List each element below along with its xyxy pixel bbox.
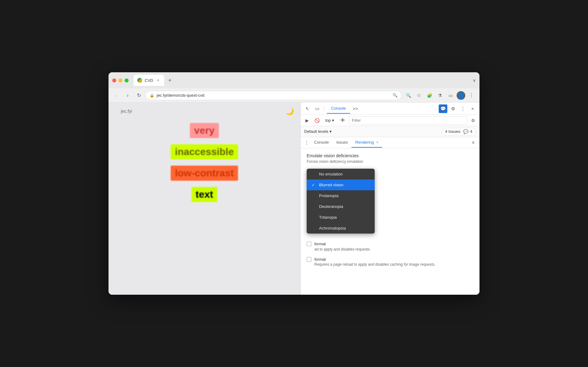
address-bar[interactable]: 🔒 jec.fyi/demo/cds-quest-cvd 🔍 xyxy=(146,91,402,100)
checkbox-1-sublabel: ad to apply and disables requests. xyxy=(314,247,371,251)
checkbox-1-text: format ad to apply and disables requests… xyxy=(314,241,371,251)
close-devtools-button[interactable]: × xyxy=(468,104,477,113)
console-bar: ▶ 🚫 top ▾ 👁 ⚙ xyxy=(300,115,479,126)
option-blurred-vision[interactable]: ✓ Blurred vision xyxy=(307,179,375,190)
more-options-button[interactable]: ⋮ xyxy=(458,104,467,113)
deuteranopia-label: Deuteranopia xyxy=(319,204,343,209)
nav-icon-group: 🔍 ☆ 🧩 ⚗ ▭ 👤 ⋮ xyxy=(404,91,476,100)
issues-icon: 💬 xyxy=(463,129,468,134)
tab-favicon xyxy=(137,78,142,83)
sub-tabs-more-button[interactable]: ⋮ xyxy=(303,139,310,146)
vision-section-title: Emulate vision deficiencies xyxy=(307,153,473,158)
sub-tab-rendering[interactable]: Rendering × xyxy=(352,137,382,148)
site-logo: jec.fyi xyxy=(121,109,132,114)
tritanopia-label: Tritanopia xyxy=(319,215,337,220)
main-content: jec.fyi 🌙 very inaccessible low-contrast… xyxy=(109,103,479,295)
extensions-button[interactable]: 🧩 xyxy=(425,91,434,100)
default-levels-label: Default levels xyxy=(304,129,328,134)
option-protanopia[interactable]: Protanopia xyxy=(307,190,375,201)
devtools-toolbar: ↖ ▭ Console >> 💬 ⚙ ⋮ × xyxy=(300,103,479,115)
blurred-vision-check: ✓ xyxy=(312,183,317,187)
issues-count: 4 xyxy=(470,129,472,134)
forward-button[interactable]: › xyxy=(123,91,132,100)
cursor-tool-button[interactable]: ↖ xyxy=(303,104,312,113)
share-button[interactable]: 🔍 xyxy=(404,91,413,100)
settings-button[interactable]: ⚙ xyxy=(449,104,457,113)
panel-close-button[interactable]: × xyxy=(470,139,477,146)
devtools-tabs: Console >> xyxy=(327,103,437,114)
maximize-button[interactable] xyxy=(125,78,129,82)
close-button[interactable] xyxy=(112,78,116,82)
sub-tab-console[interactable]: Console xyxy=(310,137,333,148)
achromatopsia-label: Achromatopsia xyxy=(319,226,346,230)
context-dropdown-arrow: ▾ xyxy=(332,118,334,123)
browser-window: CVD × + ∨ ‹ › ↻ 🔒 jec.fyi/demo/cds-quest… xyxy=(109,72,479,295)
play-button[interactable]: ▶ xyxy=(303,116,311,124)
demo-words: very inaccessible low-contrast text xyxy=(121,123,288,202)
bookmark-button[interactable]: ☆ xyxy=(415,91,423,100)
search-icon: 🔍 xyxy=(393,93,398,98)
page-content: jec.fyi 🌙 very inaccessible low-contrast… xyxy=(109,103,300,295)
checkbox-2-label: format xyxy=(314,256,436,263)
sub-tabs: ⋮ Console Issues Rendering × × xyxy=(300,137,479,148)
protanopia-label: Protanopia xyxy=(319,193,339,198)
no-emulation-label: No emulation xyxy=(319,172,343,176)
issues-label: 4 Issues: xyxy=(445,129,461,134)
tab-bar: CVD × + ∨ xyxy=(134,75,476,86)
flask-button[interactable]: ⚗ xyxy=(436,91,444,100)
context-label: top xyxy=(325,118,331,123)
lock-icon: 🔒 xyxy=(150,93,154,98)
option-achromatopsia[interactable]: Achromatopsia xyxy=(307,223,375,234)
menu-button[interactable]: ⋮ xyxy=(467,91,476,100)
eye-button[interactable]: 👁 xyxy=(339,116,347,125)
issues-badge[interactable]: 4 Issues: 💬 4 xyxy=(442,128,476,135)
option-no-emulation[interactable]: No emulation xyxy=(307,169,375,179)
devtools-panel: ↖ ▭ Console >> 💬 ⚙ ⋮ × ▶ 🚫 to xyxy=(300,103,479,295)
option-deuteranopia[interactable]: Deuteranopia xyxy=(307,201,375,212)
tab-title: CVD xyxy=(145,78,153,83)
checkbox-1-label: format xyxy=(314,241,371,247)
option-tritanopia[interactable]: Tritanopia xyxy=(307,212,375,223)
account-button[interactable]: 👤 xyxy=(457,91,465,100)
address-text: jec.fyi/demo/cds-quest-cvd xyxy=(157,93,390,98)
tab-close-button[interactable]: × xyxy=(156,78,160,83)
navigation-bar: ‹ › ↻ 🔒 jec.fyi/demo/cds-quest-cvd 🔍 🔍 ☆… xyxy=(109,88,479,103)
sidebar-button[interactable]: ▭ xyxy=(446,91,455,100)
checkbox-row-1: format ad to apply and disables requests… xyxy=(307,241,473,251)
checkbox-row-2: format Requires a page reload to apply a… xyxy=(307,256,473,267)
back-button[interactable]: ‹ xyxy=(112,91,121,100)
devtools-right-icons: 💬 ⚙ ⋮ × xyxy=(439,104,477,113)
message-icon-button[interactable]: 💬 xyxy=(439,104,447,113)
issues-row: Default levels ▾ 4 Issues: 💬 4 xyxy=(300,126,479,137)
checkbox-2-text: format Requires a page reload to apply a… xyxy=(314,256,436,267)
tab-console[interactable]: Console xyxy=(327,103,350,114)
filter-input[interactable] xyxy=(349,116,467,124)
default-levels-arrow: ▾ xyxy=(330,129,332,134)
sub-tab-issues[interactable]: Issues xyxy=(333,137,352,148)
new-tab-button[interactable]: + xyxy=(165,76,174,85)
context-selector[interactable]: top ▾ xyxy=(323,117,337,124)
rendering-panel-content: Emulate vision deficiencies Forces visio… xyxy=(300,148,479,295)
title-bar: CVD × + ∨ xyxy=(109,72,479,88)
minimize-button[interactable] xyxy=(118,78,122,82)
console-settings-button[interactable]: ⚙ xyxy=(469,116,477,124)
blurred-vision-label: Blurred vision xyxy=(319,183,343,187)
vision-dropdown-menu: No emulation ✓ Blurred vision Protanopia xyxy=(307,169,375,234)
word-very: very xyxy=(190,123,219,138)
rendering-tab-close[interactable]: × xyxy=(376,140,378,145)
word-inaccessible: inaccessible xyxy=(171,144,238,159)
traffic-lights xyxy=(112,78,129,82)
block-button[interactable]: 🚫 xyxy=(313,116,321,124)
more-tabs-button[interactable]: >> xyxy=(350,104,361,113)
refresh-button[interactable]: ↻ xyxy=(134,91,143,100)
word-low-contrast: low-contrast xyxy=(171,166,238,181)
vision-section-desc: Forces vision deficiency emulation xyxy=(307,159,473,164)
checkbox-2[interactable] xyxy=(307,257,311,262)
checkbox-1[interactable] xyxy=(307,242,311,246)
checkbox-2-sublabel: Requires a page reload to apply and disa… xyxy=(314,262,436,267)
default-levels-dropdown[interactable]: Default levels ▾ xyxy=(304,129,332,134)
device-tool-button[interactable]: ▭ xyxy=(313,104,322,113)
active-tab[interactable]: CVD × xyxy=(134,75,164,86)
word-text: text xyxy=(191,187,218,202)
tab-expand-button[interactable]: ∨ xyxy=(473,78,476,83)
